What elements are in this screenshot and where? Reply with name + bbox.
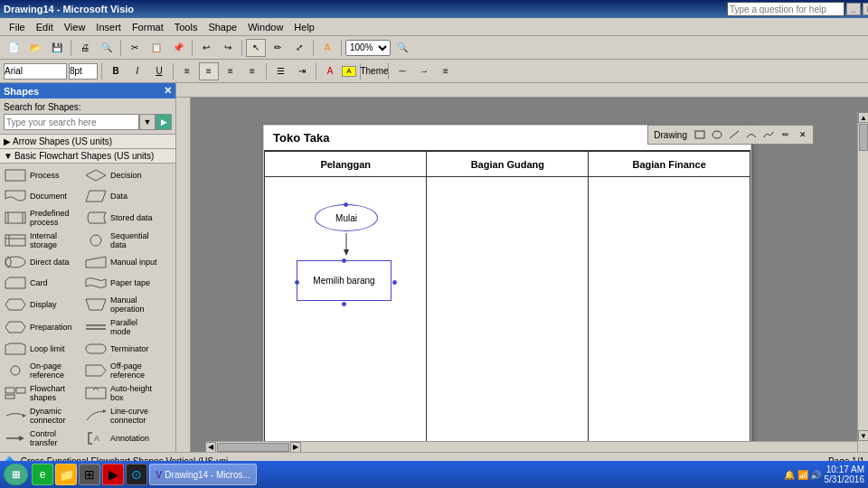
menu-view[interactable]: View	[59, 20, 91, 34]
search-go-button[interactable]: ▶	[156, 114, 172, 130]
shape-on-page-reference[interactable]: On-page reference	[2, 360, 81, 381]
scroll-down-button[interactable]: ▼	[858, 430, 868, 441]
font-name-input[interactable]	[4, 63, 67, 80]
scroll-thumb-v[interactable]	[859, 124, 868, 151]
taskbar-media[interactable]: ▶	[102, 464, 124, 485]
underline-button[interactable]: U	[149, 62, 169, 80]
shape-annotation[interactable]: A Annotation	[82, 427, 162, 449]
align-center-button[interactable]: ≡	[199, 62, 219, 80]
shape-parallel-mode[interactable]: Parallel mode	[82, 316, 162, 338]
scroll-up-button[interactable]: ▲	[858, 112, 868, 123]
shape-flowchart-shapes[interactable]: Flowchart shapes	[2, 382, 81, 404]
help-input[interactable]	[727, 2, 844, 16]
shape-off-page-reference[interactable]: Off-page reference	[82, 360, 162, 381]
scroll-left-button[interactable]: ◀	[205, 442, 216, 453]
maximize-button[interactable]: □	[863, 3, 868, 15]
align-right-button[interactable]: ≡	[221, 62, 241, 80]
shape-mulai[interactable]: Mulai	[315, 204, 378, 231]
shape-loop-limit[interactable]: Loop limit	[2, 339, 81, 359]
paste-button[interactable]: 📌	[168, 39, 188, 57]
shape-internal-storage[interactable]: Internal storage	[2, 230, 81, 251]
shape-predefined-process[interactable]: Predefined process	[2, 207, 81, 229]
redo-button[interactable]: ↪	[218, 39, 238, 57]
shape-preparation[interactable]: Preparation	[2, 316, 81, 338]
cut-button[interactable]: ✂	[125, 39, 145, 57]
dtb-freeform-tool[interactable]	[760, 127, 777, 142]
menu-format[interactable]: Format	[127, 20, 169, 34]
shape-auto-height-box[interactable]: Auto-height box	[82, 382, 162, 404]
shape-manual-operation[interactable]: Manual operation	[82, 294, 162, 315]
line-weight-button[interactable]: ≡	[436, 62, 456, 80]
shape-sequential-data[interactable]: Sequential data	[82, 230, 162, 251]
print-preview-button[interactable]: 🔍	[97, 39, 117, 57]
dtb-pencil-tool[interactable]: ✏	[778, 127, 794, 142]
italic-button[interactable]: I	[127, 62, 147, 80]
justify-button[interactable]: ≡	[242, 62, 262, 80]
shape-data[interactable]: Data	[82, 186, 162, 206]
dtb-curve-tool[interactable]	[743, 127, 760, 142]
print-button[interactable]: 🖨	[75, 39, 95, 57]
dtb-close-button[interactable]: ✕	[795, 127, 811, 142]
menu-tools[interactable]: Tools	[169, 20, 203, 34]
open-button[interactable]: 📂	[25, 39, 45, 57]
copy-button[interactable]: 📋	[146, 39, 166, 57]
minimize-button[interactable]: _	[846, 3, 861, 15]
search-input[interactable]	[4, 114, 139, 130]
connector-button[interactable]: ⤢	[289, 39, 309, 57]
menu-edit[interactable]: Edit	[31, 20, 59, 34]
shape-display[interactable]: Display	[2, 294, 81, 315]
shape-decision[interactable]: Decision	[82, 165, 162, 185]
taskbar-win[interactable]: ⊞	[79, 464, 100, 485]
theme-button[interactable]: Theme	[364, 62, 384, 80]
menu-help[interactable]: Help	[288, 20, 320, 34]
font-color-button[interactable]: A	[320, 62, 340, 80]
indent-button[interactable]: ⇥	[292, 62, 312, 80]
taskbar-explorer[interactable]: 📁	[55, 464, 77, 485]
highlight-button[interactable]: A	[342, 66, 356, 77]
zoom-select[interactable]: 100%75%50%150%	[345, 40, 391, 56]
shape-memilih-barang[interactable]: Memilih barang	[297, 260, 392, 301]
new-button[interactable]: 📄	[4, 39, 24, 57]
scroll-thumb-h[interactable]	[217, 443, 289, 452]
shape-direct-data[interactable]: Direct data	[2, 252, 81, 272]
scroll-right-button[interactable]: ▶	[290, 442, 301, 453]
dtb-rect-tool[interactable]	[692, 127, 708, 142]
shape-control-transfer[interactable]: Control transfer	[2, 427, 81, 449]
svg-marker-15	[86, 299, 106, 310]
bold-button[interactable]: B	[106, 62, 126, 80]
pointer-button[interactable]: ↖	[246, 39, 266, 57]
pencil-button[interactable]: ✏	[268, 39, 288, 57]
shape-process[interactable]: Process	[2, 165, 81, 185]
line-ends-button[interactable]: →	[414, 62, 434, 80]
zoom-in-button[interactable]: 🔍	[392, 39, 412, 57]
fill-button[interactable]: A	[317, 39, 337, 57]
menu-shape[interactable]: Shape	[203, 20, 242, 34]
flowchart-shapes-section[interactable]: ▼ Basic Flowchart Shapes (US units)	[0, 149, 175, 164]
start-button[interactable]: ⊞	[4, 464, 28, 485]
shape-dynamic-connector[interactable]: Dynamic connector	[2, 405, 81, 427]
line-style-button[interactable]: ─	[392, 62, 412, 80]
arrow-shapes-section[interactable]: ▶ Arrow Shapes (US units)	[0, 135, 175, 149]
shape-paper-tape[interactable]: Paper tape	[82, 273, 162, 293]
align-left-button[interactable]: ≡	[177, 62, 197, 80]
taskbar-visio-item[interactable]: V Drawing14 - Micros...	[149, 464, 257, 485]
menu-file[interactable]: File	[4, 20, 31, 34]
save-button[interactable]: 💾	[47, 39, 67, 57]
shape-document[interactable]: Document	[2, 186, 81, 206]
shape-card[interactable]: Card	[2, 273, 81, 293]
font-size-input[interactable]	[69, 63, 98, 80]
menu-insert[interactable]: Insert	[90, 20, 127, 34]
bullet-button[interactable]: ☰	[270, 62, 290, 80]
shape-line-curve-connector[interactable]: Line-curve connector	[82, 405, 162, 427]
shape-stored-data[interactable]: Stored data	[82, 207, 162, 229]
dtb-line-tool[interactable]	[726, 127, 742, 142]
dtb-ellipse-tool[interactable]	[709, 127, 725, 142]
taskbar-ie[interactable]: e	[32, 464, 53, 485]
shape-manual-input[interactable]: Manual input	[82, 252, 162, 272]
shape-terminator[interactable]: Terminator	[82, 339, 162, 359]
undo-button[interactable]: ↩	[196, 39, 216, 57]
menu-window[interactable]: Window	[242, 20, 288, 34]
taskbar-dark[interactable]: ⊙	[126, 464, 147, 485]
search-button[interactable]: ▼	[139, 114, 156, 130]
shapes-close-button[interactable]: ✕	[164, 85, 172, 97]
